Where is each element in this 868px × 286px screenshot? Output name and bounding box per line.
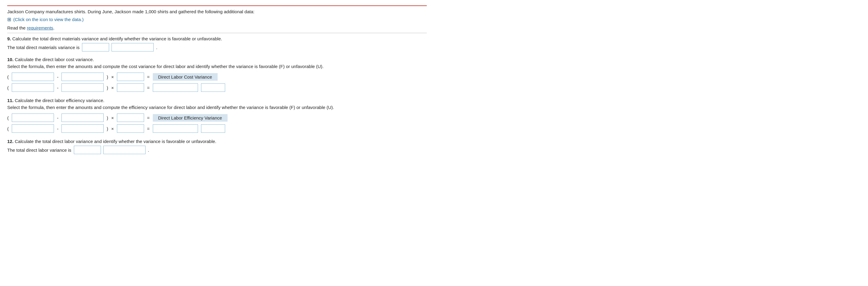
q10-input-b3[interactable]: [117, 83, 144, 92]
q11-times-1: ×: [111, 115, 114, 120]
q12-sentence-end: .: [148, 147, 149, 153]
q12-value-input[interactable]: [74, 146, 101, 154]
question-9-header: 9. Calculate the total direct materials …: [7, 36, 427, 41]
question-11-section: 11. Calculate the direct labor efficienc…: [7, 98, 427, 133]
q10-paren-open-2: (: [7, 85, 9, 90]
q10-equals-1: =: [147, 74, 150, 79]
q11-minus-1: -: [57, 115, 59, 120]
q11-minus-2: -: [57, 126, 59, 131]
requirements-link[interactable]: requirements: [27, 25, 53, 30]
q11-favorable-input[interactable]: [201, 124, 225, 133]
question-10-section: 10. Calculate the direct labor cost vari…: [7, 57, 427, 92]
q10-label: Direct Labor Cost Variance: [153, 73, 218, 81]
q11-paren-open-1: (: [7, 115, 9, 120]
q10-formula-header-row: ( - ) × = Direct Labor Cost Variance: [7, 73, 427, 81]
q10-formula-value-row: ( - ) × =: [7, 83, 427, 92]
q9-answer-row: The total direct materials variance is .: [7, 43, 427, 51]
q11-paren-close-2: ): [107, 126, 108, 131]
question-12-header: 12. Calculate the total direct labor var…: [7, 139, 427, 144]
q12-answer-row: The total direct labor variance is .: [7, 146, 427, 154]
q11-input-b2[interactable]: [61, 124, 104, 133]
q11-label: Direct Labor Efficiency Variance: [153, 114, 227, 121]
q10-instruction: Select the formula, then enter the amoun…: [7, 64, 427, 69]
q10-input-b2[interactable]: [61, 83, 104, 92]
q12-sentence-start: The total direct labor variance is: [7, 147, 71, 153]
q9-sentence-end: .: [156, 45, 157, 50]
q10-paren-close-2: ): [107, 85, 108, 90]
q10-input-a1[interactable]: [12, 73, 54, 81]
q11-equals-1: =: [147, 115, 150, 120]
top-border: [7, 5, 427, 6]
q11-input-a2[interactable]: [61, 113, 104, 122]
q11-equals-2: =: [147, 126, 150, 131]
q10-input-b1[interactable]: [12, 83, 54, 92]
q11-times-2: ×: [111, 126, 114, 131]
q11-paren-open-2: (: [7, 126, 9, 131]
q11-input-a1[interactable]: [12, 113, 54, 122]
q11-input-b3[interactable]: [117, 124, 144, 133]
icon-link-row: ⊞ (Click on the icon to view the data.): [7, 16, 427, 22]
q10-times-2: ×: [111, 85, 114, 90]
q9-value-input[interactable]: [82, 43, 109, 51]
q10-times-1: ×: [111, 74, 114, 79]
q10-equals-2: =: [147, 85, 150, 90]
question-12-section: 12. Calculate the total direct labor var…: [7, 139, 427, 154]
q12-favorable-input[interactable]: [103, 146, 146, 154]
q11-instruction: Select the formula, then enter the amoun…: [7, 105, 427, 110]
q10-input-a2[interactable]: [61, 73, 104, 81]
q10-formula-section: ( - ) × = Direct Labor Cost Variance ( -…: [7, 73, 427, 92]
q10-favorable-input[interactable]: [201, 83, 225, 92]
q11-input-a3[interactable]: [117, 113, 144, 122]
intro-paragraph: Jackson Company manufactures shirts. Dur…: [7, 9, 427, 14]
q11-input-b1[interactable]: [12, 124, 54, 133]
read-line: Read the requirements.: [7, 25, 427, 30]
q11-formula-header-row: ( - ) × = Direct Labor Efficiency Varian…: [7, 113, 427, 122]
q11-formula-value-row: ( - ) × =: [7, 124, 427, 133]
icon-link[interactable]: (Click on the icon to view the data.): [13, 17, 84, 22]
q11-formula-section: ( - ) × = Direct Labor Efficiency Varian…: [7, 113, 427, 133]
q9-favorable-input[interactable]: [112, 43, 154, 51]
question-10-header: 10. Calculate the direct labor cost vari…: [7, 57, 427, 62]
q10-paren-close-1: ): [107, 74, 108, 79]
question-11-header: 11. Calculate the direct labor efficienc…: [7, 98, 427, 103]
grid-icon: ⊞: [7, 16, 11, 22]
q10-input-a3[interactable]: [117, 73, 144, 81]
q11-result-input[interactable]: [153, 124, 198, 133]
q11-paren-close-1: ): [107, 115, 108, 120]
q10-minus-2: -: [57, 85, 59, 90]
q10-paren-open-1: (: [7, 74, 9, 79]
q10-minus-1: -: [57, 74, 59, 79]
q10-result-input[interactable]: [153, 83, 198, 92]
q9-sentence-start: The total direct materials variance is: [7, 45, 80, 50]
